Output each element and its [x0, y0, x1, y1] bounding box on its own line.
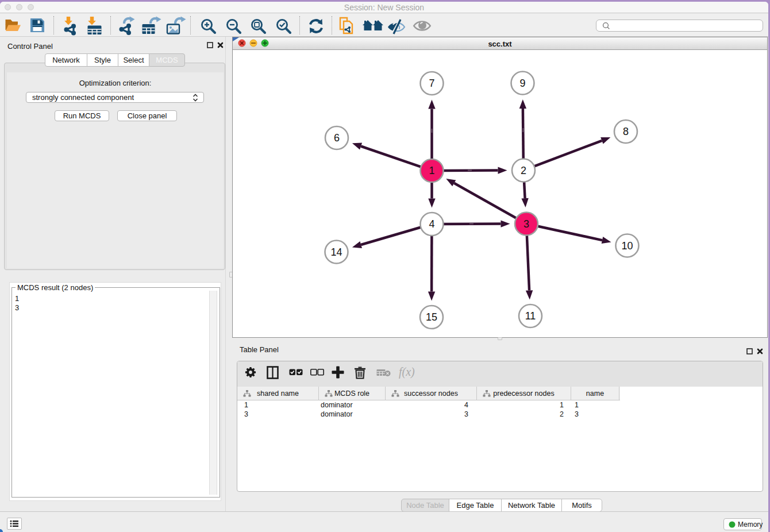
svg-text:9: 9: [519, 78, 525, 89]
svg-text:6: 6: [334, 132, 340, 144]
svg-text:2: 2: [521, 165, 526, 176]
svg-text:15: 15: [426, 311, 437, 323]
svg-text:7: 7: [429, 78, 434, 89]
svg-text:3: 3: [523, 218, 529, 230]
svg-text:4: 4: [429, 218, 434, 230]
svg-text:1: 1: [429, 165, 434, 176]
svg-text:10: 10: [621, 240, 633, 252]
svg-text:8: 8: [623, 126, 629, 137]
svg-text:11: 11: [525, 310, 536, 322]
svg-text:14: 14: [330, 246, 342, 258]
